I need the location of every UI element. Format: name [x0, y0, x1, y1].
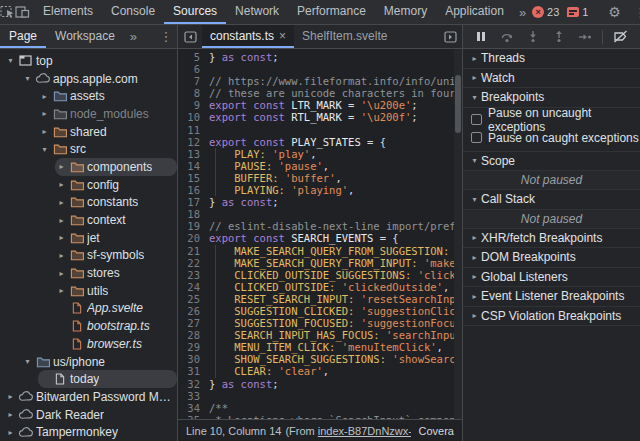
code-line[interactable]: 5} as const; [178, 51, 462, 63]
tree-item-bitwarden-password-man-[interactable]: ▸Bitwarden Password Man… [0, 388, 177, 406]
line-number[interactable]: 16 [178, 184, 200, 196]
line-number[interactable]: 30 [178, 353, 200, 365]
chevron-right-icon[interactable]: ▸ [38, 92, 51, 101]
tree-item-stores[interactable]: ▸stores [0, 264, 177, 282]
code-line[interactable]: 10export const RTL_MARK = '\u200f'; [178, 111, 462, 123]
deactivate-breakpoints-icon[interactable] [608, 25, 632, 48]
tree-item-bootstrap-ts[interactable]: bootstrap.ts [0, 317, 177, 335]
code-line[interactable]: 23 CLICKED_OUTSIDE_SUGGESTIONS: 'clicked… [178, 269, 462, 281]
section-xhr-fetch-breakpoints[interactable]: ▸XHR/fetch Breakpoints [463, 229, 640, 249]
line-number[interactable]: 13 [178, 148, 200, 160]
line-number[interactable]: 19 [178, 220, 200, 232]
tree-item-browser-ts[interactable]: browser.ts [0, 335, 177, 353]
inspect-element-icon[interactable] [0, 0, 15, 24]
line-number[interactable]: 32 [178, 378, 200, 390]
editor-scrollbar[interactable] [454, 49, 462, 419]
chevron-right-icon[interactable]: ▸ [55, 269, 68, 278]
chevron-right-icon[interactable]: ▸ [4, 410, 17, 419]
chevron-down-icon[interactable]: ▾ [38, 145, 51, 154]
line-number[interactable]: 12 [178, 136, 200, 148]
tree-item-tampermonkey[interactable]: ▸Tampermonkey [0, 423, 177, 441]
code-line[interactable]: 34/** [178, 402, 462, 414]
line-number[interactable]: 10 [178, 111, 200, 123]
navigator-tab-workspace[interactable]: Workspace [46, 25, 124, 48]
sourcemap-file-link[interactable]: index-B87DnNzwx-.js [318, 425, 411, 437]
tab-elements[interactable]: Elements [34, 0, 102, 24]
code-line[interactable]: 16 PLAYING: 'playing', [178, 184, 462, 196]
code-line[interactable]: 18 [178, 208, 462, 220]
tree-item-components[interactable]: ▸components [0, 158, 177, 176]
tree-item-shared[interactable]: ▸shared [0, 123, 177, 141]
line-number[interactable]: 8 [178, 87, 200, 99]
code-line[interactable]: 29 MENU_ITEM_CLICK: 'menuItemClick', [178, 341, 462, 353]
code-line[interactable]: 28 SEARCH_INPUT_HAS_FOCUS: 'searchInputH… [178, 329, 462, 341]
code-line[interactable]: 33 [178, 390, 462, 402]
tree-item-today[interactable]: today [0, 370, 177, 388]
chevron-right-icon[interactable]: ▸ [468, 253, 481, 262]
line-number[interactable]: 26 [178, 305, 200, 317]
section-csp-violation-breakpoints[interactable]: ▸CSP Violation Breakpoints [463, 307, 640, 327]
line-number[interactable]: 17 [178, 196, 200, 208]
line-number[interactable]: 20 [178, 232, 200, 244]
step-icon[interactable] [573, 25, 597, 48]
code-line[interactable]: 20export const SEARCH_EVENTS = { [178, 232, 462, 244]
section-global-listeners[interactable]: ▸Global Listeners [463, 268, 640, 288]
navigator-toggle-icon[interactable] [178, 25, 202, 48]
tab-application[interactable]: Application [436, 0, 513, 24]
code-line[interactable]: 27 SUGGESTION_FOCUSED: 'suggestionFocuse… [178, 317, 462, 329]
line-number[interactable]: 18 [178, 208, 200, 220]
line-number[interactable]: 28 [178, 329, 200, 341]
chevron-down-icon[interactable]: ▾ [21, 357, 34, 366]
chevron-right-icon[interactable]: ▸ [55, 251, 68, 260]
section-watch[interactable]: ▸Watch [463, 69, 640, 89]
close-tab-icon[interactable]: × [279, 29, 286, 43]
tree-item-app-svelte[interactable]: App.svelte [0, 300, 177, 318]
code-line[interactable]: 12export const PLAY_STATES = { [178, 136, 462, 148]
tree-item-jet[interactable]: ▸jet [0, 229, 177, 247]
tree-item-config[interactable]: ▸config [0, 176, 177, 194]
tree-item-src[interactable]: ▾src [0, 140, 177, 158]
more-panels-icon[interactable]: » [513, 0, 532, 24]
code-line[interactable]: 7// https://www.fileformat.info/info/uni… [178, 75, 462, 87]
code-line[interactable]: 22 MAKE_SEARCH_QUERY_FROM_INPUT: 'makeSe… [178, 257, 462, 269]
tree-item-sf-symbols[interactable]: ▸sf-symbols [0, 247, 177, 265]
line-number[interactable]: 35 [178, 414, 200, 419]
chevron-right-icon[interactable]: ▸ [468, 54, 481, 63]
chevron-right-icon[interactable]: ▸ [468, 233, 481, 242]
line-number[interactable]: 6 [178, 63, 200, 75]
line-number[interactable]: 34 [178, 402, 200, 414]
line-number[interactable]: 21 [178, 245, 200, 257]
step-over-icon[interactable] [495, 25, 519, 48]
more-navigator-tabs-icon[interactable]: » [124, 25, 143, 48]
chevron-right-icon[interactable]: ▸ [468, 272, 481, 281]
file-tree[interactable]: ▾top▾apps.apple.com▸assets▸node_modules▸… [0, 49, 177, 441]
line-number[interactable]: 27 [178, 317, 200, 329]
chevron-right-icon[interactable]: ▸ [55, 286, 68, 295]
line-number[interactable]: 9 [178, 99, 200, 111]
line-number[interactable]: 33 [178, 390, 200, 402]
issues-badge[interactable]: 1 [567, 6, 588, 18]
tab-memory[interactable]: Memory [375, 0, 436, 24]
chevron-right-icon[interactable]: ▸ [4, 392, 17, 401]
chevron-down-icon[interactable]: ▾ [21, 74, 34, 83]
coverage-link[interactable]: Covera [411, 425, 454, 437]
line-number[interactable]: 15 [178, 172, 200, 184]
tab-network[interactable]: Network [226, 0, 288, 24]
code-line[interactable]: 24 CLICKED_OUTSIDE: 'clickedOutside', [178, 281, 462, 293]
code-line[interactable]: 19// eslint-disable-next-line import/pre… [178, 220, 462, 232]
chevron-right-icon[interactable]: ▸ [55, 162, 68, 171]
line-number[interactable]: 22 [178, 257, 200, 269]
chevron-right-icon[interactable]: ▸ [55, 216, 68, 225]
editor-tab-shelfitem-svelte[interactable]: ShelfItem.svelte [294, 25, 395, 48]
tree-item-dark-reader[interactable]: ▸Dark Reader [0, 406, 177, 424]
chevron-down-icon[interactable]: ▾ [4, 56, 17, 65]
section-scope[interactable]: ▾Scope [463, 152, 640, 172]
code-line[interactable]: 35 * Locations where `SearchInput` compo… [178, 414, 462, 419]
code-line[interactable]: 13 PLAY: 'play', [178, 148, 462, 160]
tree-item-apps-apple-com[interactable]: ▾apps.apple.com [0, 70, 177, 88]
tree-item-constants[interactable]: ▸constants [0, 194, 177, 212]
code-line[interactable]: 31 CLEAR: 'clear', [178, 365, 462, 377]
tab-performance[interactable]: Performance [288, 0, 375, 24]
tree-item-assets[interactable]: ▸assets [0, 87, 177, 105]
code-line[interactable]: 11 [178, 124, 462, 136]
